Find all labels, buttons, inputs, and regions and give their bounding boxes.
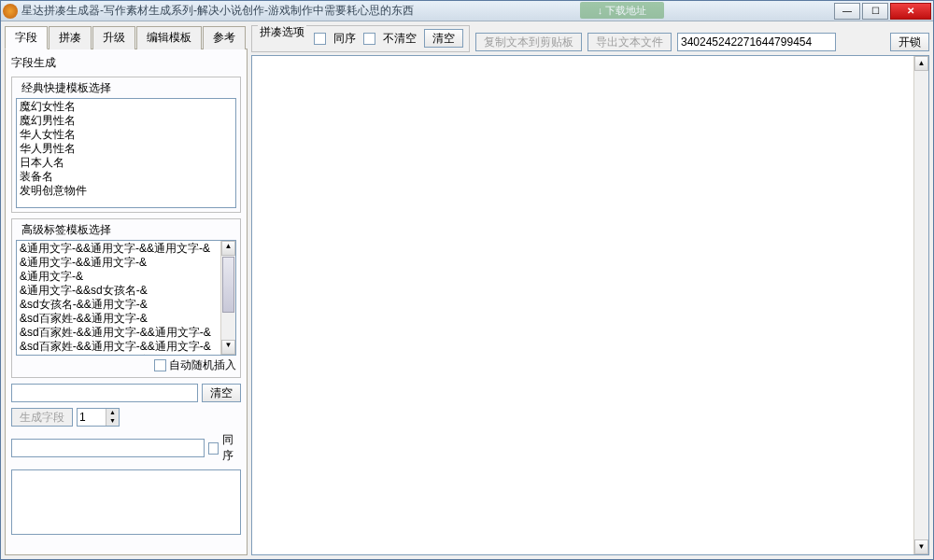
segment-input[interactable] bbox=[11, 384, 198, 402]
scroll-up-icon[interactable]: ▲ bbox=[914, 56, 928, 71]
auto-random-insert-label: 自动随机插入 bbox=[169, 357, 236, 373]
list-item[interactable]: &通用文字-&&通用文字-&&通用文字-& bbox=[18, 242, 234, 256]
no-clear-label: 不清空 bbox=[383, 31, 417, 47]
maximize-button[interactable]: ☐ bbox=[862, 3, 888, 20]
tab-upgrade[interactable]: 升级 bbox=[92, 26, 135, 49]
list-item[interactable]: 发明创意物件 bbox=[18, 184, 234, 198]
advanced-template-list[interactable]: &通用文字-&&通用文字-&&通用文字-&&通用文字-&&通用文字-&&通用文字… bbox=[16, 240, 236, 356]
output-scrollbar[interactable]: ▲ ▼ bbox=[913, 56, 928, 554]
classic-template-group: 经典快捷模板选择 魔幻女性名魔幻男性名华人女性名华人男性名日本人名装备名发明创意… bbox=[11, 77, 241, 213]
app-icon bbox=[3, 4, 18, 19]
list-item[interactable]: &通用文字-& bbox=[18, 270, 234, 284]
advanced-legend: 高级标签模板选择 bbox=[20, 222, 113, 238]
list-item[interactable]: &sd魔幻女名-&.&通用文字-& bbox=[18, 354, 234, 356]
tab-bar: 字段 拼凑 升级 编辑模板 参考 bbox=[5, 25, 248, 49]
list-item[interactable]: &sd女孩名-&&通用文字-& bbox=[18, 298, 234, 312]
titlebar: 星达拼凑生成器-写作素材生成系列-解决小说创作-游戏制作中需要耗心思的东西 ↓ … bbox=[1, 1, 933, 21]
scroll-thumb[interactable] bbox=[222, 257, 234, 313]
list-item[interactable]: 华人男性名 bbox=[18, 142, 234, 156]
scroll-down-icon[interactable]: ▼ bbox=[914, 539, 928, 554]
scroll-down-icon[interactable]: ▼ bbox=[221, 340, 235, 355]
combine-options-group: 拼凑选项 同序 不清空 清空 bbox=[251, 25, 470, 52]
combine-options-legend: 拼凑选项 bbox=[258, 24, 306, 40]
no-clear-checkbox[interactable] bbox=[363, 33, 375, 45]
list-item[interactable]: &sd百家姓-&&通用文字-&&通用文字-& bbox=[18, 326, 234, 340]
same-order-label: 同序 bbox=[333, 31, 356, 47]
same-order-checkbox[interactable] bbox=[314, 33, 326, 45]
tab-edit-template[interactable]: 编辑模板 bbox=[136, 26, 202, 49]
clear-segment-button[interactable]: 清空 bbox=[202, 384, 241, 402]
scroll-up-icon[interactable]: ▲ bbox=[221, 241, 235, 256]
classic-legend: 经典快捷模板选择 bbox=[20, 80, 113, 96]
list-item[interactable]: &通用文字-&&sd女孩名-& bbox=[18, 284, 234, 298]
list-item[interactable]: 装备名 bbox=[18, 170, 234, 184]
list-item[interactable]: &sd百家姓-&&通用文字-& bbox=[18, 312, 234, 326]
copy-to-clipboard-button[interactable]: 复制文本到剪贴板 bbox=[475, 33, 582, 51]
list-item[interactable]: 日本人名 bbox=[18, 156, 234, 170]
advanced-list-scrollbar[interactable]: ▲ ▼ bbox=[220, 241, 235, 355]
window-title: 星达拼凑生成器-写作素材生成系列-解决小说创作-游戏制作中需要耗心思的东西 bbox=[21, 3, 834, 19]
same-order-checkbox-left[interactable] bbox=[208, 442, 219, 455]
spinner-up-icon[interactable]: ▲ bbox=[106, 409, 119, 417]
same-order-label-left: 同序 bbox=[222, 432, 241, 464]
list-item[interactable]: 魔幻女性名 bbox=[18, 100, 234, 114]
output-textarea[interactable]: ▲ ▼ bbox=[251, 55, 929, 555]
tab-segment[interactable]: 字段 bbox=[5, 26, 48, 49]
close-button[interactable]: ✕ bbox=[890, 3, 931, 20]
generate-segment-button[interactable]: 生成字段 bbox=[11, 408, 73, 427]
list-item[interactable]: 魔幻男性名 bbox=[18, 114, 234, 128]
count-input[interactable] bbox=[78, 409, 106, 426]
preview-textarea[interactable] bbox=[11, 469, 241, 535]
spinner-down-icon[interactable]: ▼ bbox=[106, 417, 119, 426]
section-title: 字段生成 bbox=[11, 55, 241, 71]
list-item[interactable]: 华人女性名 bbox=[18, 128, 234, 142]
classic-template-list[interactable]: 魔幻女性名魔幻男性名华人女性名华人男性名日本人名装备名发明创意物件 bbox=[16, 98, 236, 208]
tab-reference[interactable]: 参考 bbox=[203, 26, 246, 49]
export-text-button[interactable]: 导出文本文件 bbox=[587, 33, 672, 51]
list-item[interactable]: &通用文字-&&通用文字-& bbox=[18, 256, 234, 270]
download-ghost-button: ↓ 下载地址 bbox=[580, 2, 664, 19]
order-input[interactable] bbox=[11, 439, 205, 457]
serial-field[interactable]: 34024524227164479945­4 bbox=[677, 33, 836, 51]
count-spinner[interactable]: ▲ ▼ bbox=[77, 408, 120, 427]
auto-random-insert-checkbox[interactable] bbox=[154, 359, 166, 371]
minimize-button[interactable]: — bbox=[834, 3, 860, 20]
advanced-template-group: 高级标签模板选择 &通用文字-&&通用文字-&&通用文字-&&通用文字-&&通用… bbox=[11, 218, 241, 378]
list-item[interactable]: &sd百家姓-&&通用文字-&&通用文字-& bbox=[18, 340, 234, 354]
tab-combine[interactable]: 拼凑 bbox=[49, 26, 92, 49]
unlock-button[interactable]: 开锁 bbox=[890, 33, 929, 51]
clear-output-button[interactable]: 清空 bbox=[424, 29, 463, 48]
